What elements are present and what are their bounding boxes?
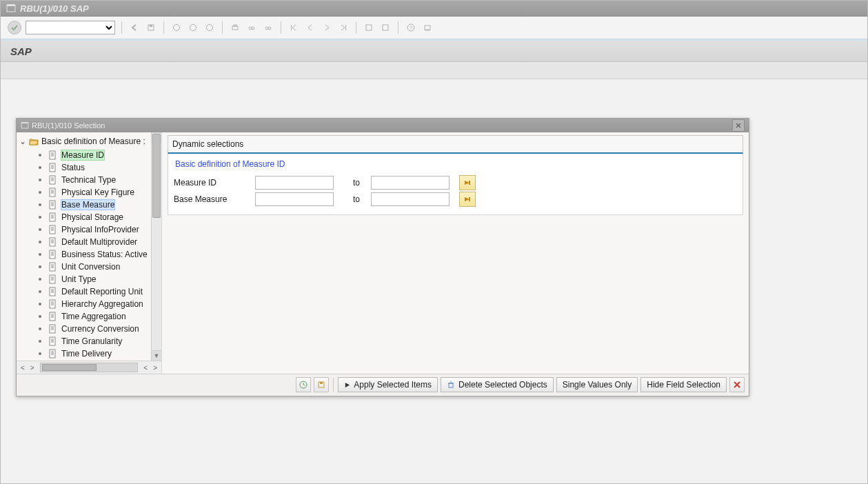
tree-item[interactable]: Unit Type	[39, 273, 161, 285]
svg-rect-33	[50, 176, 55, 184]
panel-title-text: Dynamic selections	[172, 139, 243, 149]
help-icon[interactable]: ?	[405, 21, 417, 34]
from-input[interactable]	[255, 176, 334, 190]
prev-page-icon[interactable]	[304, 21, 316, 34]
scroll-right-icon[interactable]: >	[152, 364, 159, 372]
document-icon	[48, 200, 57, 210]
from-input[interactable]	[255, 192, 334, 206]
globe-cancel-icon[interactable]	[203, 21, 216, 34]
tree-item[interactable]: Hierarchy Aggregation	[39, 298, 161, 310]
svg-rect-77	[50, 312, 55, 321]
svg-rect-89	[50, 350, 55, 358]
svg-rect-61	[50, 263, 55, 271]
tree-item[interactable]: Physical Key Figure	[39, 186, 161, 199]
document-icon	[48, 175, 57, 185]
toolbar-separator	[356, 21, 356, 34]
tree-root-node[interactable]: ⌄ Basic definition of Measure :	[19, 135, 161, 148]
panel-title: Dynamic selections	[168, 135, 743, 154]
document-icon	[48, 237, 57, 247]
tree-root-label: Basic definition of Measure :	[41, 137, 145, 146]
tree-item[interactable]: Time Delivery	[39, 347, 161, 360]
globe-up-icon[interactable]	[187, 21, 199, 34]
svg-rect-13	[291, 25, 292, 30]
hscroll-thumb[interactable]	[42, 364, 97, 371]
toolbar-separator	[222, 21, 223, 34]
folder-open-icon	[29, 137, 39, 145]
first-page-icon[interactable]	[287, 21, 300, 34]
scroll-right-icon[interactable]: >	[29, 364, 36, 372]
window-title-text: RBU(1)/010 SAP	[20, 3, 89, 14]
dynamic-selections-panel: Dynamic selections Basic definition of M…	[168, 135, 743, 215]
svg-point-11	[265, 27, 268, 30]
tree-item[interactable]: Status	[39, 161, 161, 174]
tree-item[interactable]: Base Measure	[39, 199, 161, 211]
delete-selected-button[interactable]: Delete Selected Objects	[441, 377, 554, 392]
tree-item[interactable]: Currency Conversion	[39, 323, 161, 335]
svg-rect-29	[50, 163, 55, 172]
multiple-selection-button[interactable]	[459, 192, 476, 207]
bullet-icon	[39, 290, 41, 293]
print-icon[interactable]	[229, 21, 241, 34]
toolbar-separator	[121, 21, 122, 34]
tree-horizontal-scrollbar[interactable]	[40, 363, 139, 372]
bullet-icon	[39, 265, 41, 268]
hide-field-selection-button[interactable]: Hide Field Selection	[640, 377, 727, 392]
tree-item[interactable]: Unit Conversion	[39, 261, 161, 273]
scroll-down-icon[interactable]: ▼	[152, 350, 161, 361]
clock-check-icon[interactable]	[296, 377, 311, 392]
scroll-thumb[interactable]	[152, 134, 161, 218]
tree-vertical-scrollbar[interactable]: ▲ ▼	[151, 132, 161, 361]
tree-item[interactable]: Default Reporting Unit	[39, 285, 161, 298]
multiple-selection-button[interactable]	[459, 175, 476, 190]
tree-item[interactable]: Measure ID	[39, 149, 161, 161]
to-input[interactable]	[371, 176, 450, 190]
tree-item-label: Physical InfoProvider	[61, 225, 139, 234]
single-values-button[interactable]: Single Values Only	[556, 377, 638, 392]
svg-rect-49	[50, 225, 55, 234]
modal-close-button[interactable]	[732, 119, 745, 132]
save-icon[interactable]	[145, 21, 157, 34]
globe-back-icon[interactable]	[170, 21, 183, 34]
modal-body: ⌄ Basic definition of Measure : Measure …	[17, 132, 749, 374]
bullet-icon	[39, 352, 41, 355]
binoculars-plus-icon[interactable]	[262, 21, 274, 34]
modal-title-text: RBU(1)/010 Selection	[32, 121, 105, 130]
toolbar-separator	[163, 21, 164, 34]
document-icon	[48, 262, 57, 272]
svg-rect-101	[449, 383, 453, 387]
last-page-icon[interactable]	[337, 21, 350, 34]
tree-item-label: Status	[61, 163, 85, 172]
svg-rect-16	[383, 25, 388, 30]
document-icon	[48, 150, 57, 160]
bullet-icon	[39, 253, 41, 256]
new-session-icon[interactable]	[363, 21, 375, 34]
tree-item[interactable]: Physical Storage	[39, 211, 161, 223]
collapse-icon[interactable]: ⌄	[19, 137, 26, 146]
next-page-icon[interactable]	[321, 21, 333, 34]
modal-footer: Apply Selected Items Delete Selected Obj…	[17, 374, 749, 395]
tree-item[interactable]: Physical InfoProvider	[39, 223, 161, 236]
save-variant-icon[interactable]	[314, 377, 329, 392]
tree-item-label: Default Reporting Unit	[61, 287, 143, 296]
create-shortcut-icon[interactable]	[379, 21, 392, 34]
scroll-left-icon[interactable]: <	[142, 364, 149, 372]
tree-item[interactable]: Default Multiprovider	[39, 236, 161, 248]
window-titlebar: RBU(1)/010 SAP	[1, 1, 867, 17]
command-field[interactable]	[26, 21, 115, 34]
cancel-button[interactable]	[729, 377, 745, 392]
layout-icon[interactable]	[421, 21, 434, 34]
ok-icon[interactable]	[8, 21, 21, 34]
tree-item[interactable]: Business Status: Active	[39, 248, 161, 261]
apply-selected-button[interactable]: Apply Selected Items	[338, 377, 438, 392]
binoculars-icon[interactable]	[245, 21, 258, 34]
tree-item[interactable]: Time Granularity	[39, 335, 161, 347]
tree-item[interactable]: Time Aggregation	[39, 310, 161, 323]
scroll-left-icon[interactable]: <	[19, 364, 26, 372]
svg-point-10	[252, 27, 254, 30]
bullet-icon	[39, 154, 41, 157]
document-icon	[48, 188, 57, 197]
tree-item[interactable]: Technical Type	[39, 174, 161, 186]
svg-rect-94	[469, 181, 470, 185]
back-icon[interactable]	[128, 21, 141, 34]
to-input[interactable]	[371, 192, 450, 206]
